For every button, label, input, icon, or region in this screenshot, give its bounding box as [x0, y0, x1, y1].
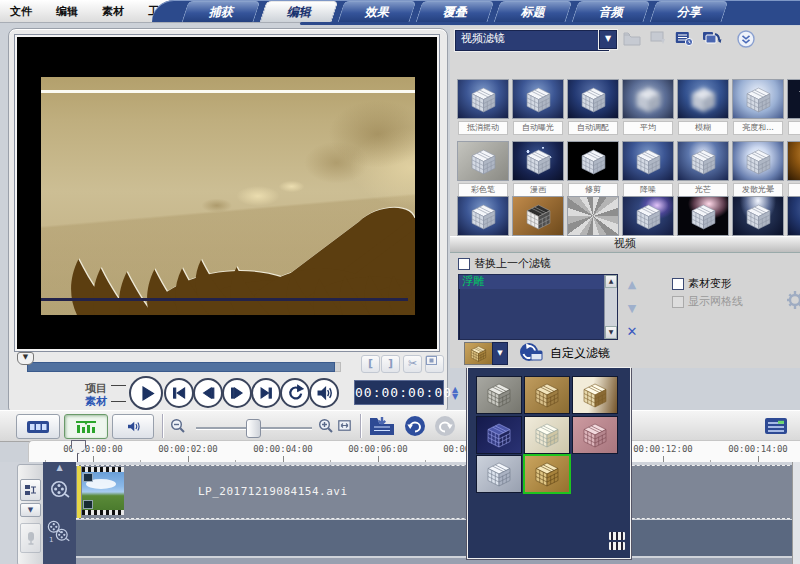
scroll-up-icon[interactable]: ▲ — [605, 275, 617, 288]
end-button[interactable] — [251, 378, 281, 408]
tab-capture[interactable]: 捕获 — [182, 1, 261, 22]
filter-tile[interactable]: 光芒 — [677, 141, 727, 197]
tab-title[interactable]: 标题 — [494, 1, 573, 22]
timeline-view-button[interactable] — [64, 414, 108, 439]
customize-filter-button[interactable]: 自定义滤镜 — [550, 345, 610, 362]
filter-tile-partial[interactable] — [787, 79, 800, 135]
undo-button[interactable] — [404, 415, 426, 437]
delete-filter-button[interactable]: ✕ — [624, 324, 640, 340]
scroll-down-icon[interactable]: ▼ — [605, 326, 617, 339]
filter-tile[interactable]: 降噪 — [622, 141, 672, 197]
frame-white-line — [41, 90, 415, 93]
tab-effect[interactable]: 效果 — [338, 1, 417, 22]
filter-tile-partial[interactable] — [787, 141, 800, 197]
expand-gallery-icon[interactable] — [734, 28, 758, 49]
previous-frame-button[interactable] — [193, 378, 223, 408]
split-clip-button[interactable]: ✂ — [403, 355, 422, 373]
zoom-slider-thumb[interactable] — [246, 419, 261, 438]
applied-filter-item[interactable]: 浮雕 — [459, 275, 617, 289]
filter-tile[interactable]: 亮度和... — [732, 79, 782, 135]
overlay-track-icon2[interactable] — [55, 528, 70, 543]
preset-tile[interactable] — [476, 455, 522, 493]
scrub-handle[interactable]: ▼ — [17, 352, 34, 365]
replace-last-filter-checkbox[interactable]: 替换上一个滤镜 — [458, 256, 551, 271]
checkbox-box[interactable] — [672, 278, 684, 290]
clip-filename[interactable]: LP_20171219084154.avi — [198, 485, 348, 498]
volume-button[interactable] — [309, 378, 339, 408]
filter-tile[interactable]: 自动曝光 — [512, 79, 562, 135]
mark-in-button[interactable]: [ — [361, 355, 380, 373]
move-filter-down-button[interactable]: ▼ — [624, 302, 640, 316]
clip-distort-checkbox[interactable]: 素材变形 — [672, 276, 732, 291]
move-filter-up-button[interactable]: ▲ — [624, 278, 640, 292]
filter-tile[interactable]: 平均 — [622, 79, 672, 135]
timecode-spinner[interactable]: ▲▼ — [452, 386, 458, 400]
preset-tile[interactable] — [476, 376, 522, 414]
video-track-icon[interactable] — [50, 480, 70, 500]
embossed-horses — [41, 77, 415, 315]
zoom-out-icon[interactable] — [170, 418, 186, 434]
spin-down-icon[interactable]: ▼ — [452, 393, 458, 400]
overlay-track[interactable] — [76, 520, 800, 556]
tab-overlay[interactable]: 覆叠 — [416, 1, 495, 22]
customize-filter-icon[interactable] — [518, 340, 544, 364]
insert-media-button[interactable] — [368, 415, 396, 437]
library-manager-icon[interactable] — [672, 28, 696, 49]
tab-audio[interactable]: 音频 — [572, 1, 651, 22]
menu-edit[interactable]: 编辑 — [56, 4, 78, 19]
filter-list-scrollbar[interactable]: ▲ ▼ — [604, 275, 617, 339]
preset-tile[interactable] — [476, 416, 522, 454]
track-manager-icon[interactable] — [764, 416, 788, 436]
filter-tile[interactable]: 彩色笔 — [457, 141, 507, 197]
trim-range[interactable] — [27, 362, 335, 372]
storyboard-view-button[interactable] — [16, 414, 60, 439]
filter-tile[interactable]: 漫画 — [512, 141, 562, 197]
applied-filter-list[interactable]: 浮雕 ▲ ▼ — [458, 274, 618, 340]
home-button[interactable] — [164, 378, 194, 408]
preset-tile[interactable] — [524, 416, 570, 454]
filter-tile[interactable]: 自动调配 — [567, 79, 617, 135]
collapse-tracks-icon[interactable]: ▼ — [20, 503, 41, 517]
tab-edit[interactable]: 编辑 — [260, 1, 339, 22]
repeat-button[interactable] — [280, 378, 310, 408]
timeline-ruler[interactable]: 00:00:00:00 00:00:02:00 00:00:04:00 00:0… — [28, 440, 800, 464]
frame-blue-line — [41, 298, 408, 301]
clip-thumbnail[interactable] — [82, 467, 124, 515]
fit-timeline-icon[interactable] — [338, 420, 351, 431]
track-manager-button[interactable] — [20, 479, 41, 501]
clip-left-trim-handle[interactable] — [77, 466, 81, 518]
clip-mode-label[interactable]: 素材 — [85, 394, 107, 409]
preset-tile[interactable] — [572, 416, 618, 454]
current-preset-button[interactable] — [464, 342, 493, 365]
preset-tile[interactable] — [572, 376, 618, 414]
sound-mixer-button[interactable] — [112, 414, 154, 439]
menu-file[interactable]: 文件 — [10, 4, 32, 19]
mark-out-button[interactable]: ] — [381, 355, 400, 373]
timeline-tracks: ▼ ▲ 1 LP_20171219084154.avi — [0, 462, 800, 564]
tracks-scrollbar[interactable] — [792, 462, 800, 564]
options-panel-tab[interactable]: 视频 — [450, 236, 800, 253]
scroll-tracks-up-icon[interactable]: ▲ — [43, 463, 76, 472]
filter-tile[interactable]: 抵消摇动 — [457, 79, 507, 135]
video-track[interactable]: LP_20171219084154.avi — [76, 465, 800, 519]
menu-clip[interactable]: 素材 — [102, 4, 124, 19]
gallery-category-select[interactable]: 视频滤镜 — [455, 30, 609, 51]
tab-share[interactable]: 分享 — [650, 1, 729, 22]
preset-dropdown-arrow[interactable]: ▼ — [492, 342, 508, 365]
preset-tile[interactable] — [524, 376, 570, 414]
timecode-value[interactable]: 00:00:00:00 — [355, 385, 452, 400]
title-track[interactable] — [76, 558, 800, 564]
preset-tile[interactable] — [523, 454, 571, 494]
toolbar-separator — [162, 414, 163, 438]
filter-tile[interactable]: 修剪 — [567, 141, 617, 197]
filter-tile[interactable]: 发散光晕 — [732, 141, 782, 197]
sort-clips-icon[interactable] — [700, 28, 724, 49]
enlarge-preview-button[interactable] — [425, 355, 444, 373]
filter-tile[interactable]: 模糊 — [677, 79, 727, 135]
overlay-track-number: 1 — [49, 536, 53, 544]
next-frame-button[interactable] — [222, 378, 252, 408]
zoom-in-icon[interactable] — [318, 418, 334, 434]
play-button[interactable] — [129, 376, 163, 410]
gallery-category-arrow-icon[interactable]: ▼ — [599, 30, 617, 49]
checkbox-box[interactable] — [458, 258, 470, 270]
